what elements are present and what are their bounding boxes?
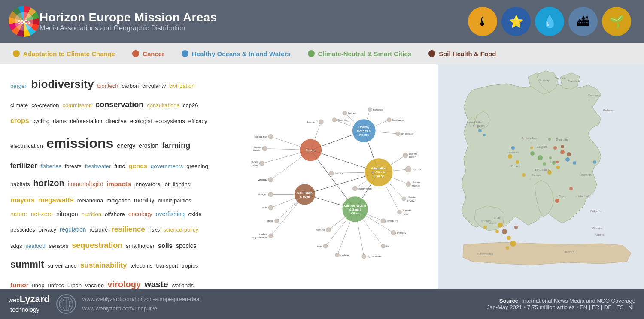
word-biontech: biontech [97,80,118,92]
satellite-label: action [409,155,416,158]
network-satellite-node: 5g networks [362,254,382,259]
word-impacts: impacts [106,177,131,191]
svg-point-70 [508,154,512,159]
svg-point-96 [549,156,552,159]
svg-text:○ Brussels: ○ Brussels [507,151,519,154]
satellite-label: iot [386,244,389,247]
word-sustainability: sustainability [80,258,127,273]
svg-text:○ Rome: ○ Rome [556,195,567,198]
word-electrification: electrification [10,140,43,152]
network-satellite-node: familyhistory [250,160,264,166]
satellite-label: fisheries [373,108,383,111]
satellite-label: family [251,160,258,163]
word-consultations: consultations [147,99,179,111]
satellite-label: nitrogen [258,193,267,196]
svg-point-98 [548,138,551,141]
satellite-label: flood risk [337,118,349,121]
svg-point-16 [398,210,402,214]
svg-point-90 [556,161,559,163]
satellite-label: sequestration [252,236,268,239]
word-surveillance: surveillance [47,260,77,271]
word-fertilizer: fertilizer [10,159,37,173]
network-satellite-node: fisheries [368,108,383,112]
legend-cancer-dot [132,50,139,57]
satellite-label: carbon [259,232,267,235]
svg-point-21 [381,244,386,248]
svg-point-26 [268,192,273,197]
main-node-label: Cities [351,212,359,215]
satellite-label: emissions [387,219,399,222]
main-node-label: Oceans & [357,129,371,132]
word-forests: forests [65,160,82,172]
svg-point-74 [522,173,526,177]
word-urban: urban [67,280,82,291]
main-node-label: Soil Health [297,191,313,194]
network-panel: cancer riskbreastcancerfamilyhistoryviro… [219,64,438,289]
word-emissions: emissions [46,129,114,158]
svg-text:○: ○ [529,178,531,181]
network-main-node-cancer: Cancer [299,139,322,161]
eu-mission-icon: ⭐ [501,7,531,36]
word-mobility: mobility [134,194,154,207]
word-dams: dams [53,115,67,127]
word-erosion: erosion [139,140,158,152]
network-satellite-node: cancer risk [254,134,273,139]
legend-climate-dot [13,50,20,57]
satellite-label: climate [412,181,420,184]
word-regulation: regulation [60,223,86,236]
svg-text:Germany: Germany [556,138,568,141]
svg-text:Kingdom: Kingdom [473,124,485,128]
word-nitrogen: nitrogen [56,208,78,220]
svg-point-75 [556,166,560,169]
svg-point-99 [561,145,564,148]
satellite-label: freshwater [392,118,405,121]
network-satellite-node: flood risk [332,118,349,122]
word-nutrition: nutrition [82,208,101,220]
svg-point-83 [483,134,486,136]
main-node-label: Waters [359,133,369,136]
svg-text:Belgium: Belgium [537,145,547,149]
word-cloud-panel: bergenbiodiversitybiontechcarboncircular… [0,64,219,289]
network-satellite-node: climatefinance [406,181,421,187]
word-seafood: seafood [25,240,45,252]
word-lighting: lighting [173,178,191,190]
satellite-label: biontech [307,120,318,123]
svg-point-72 [498,223,503,228]
word-sequestration: sequestration [72,238,122,254]
word-deforestation: deforestation [70,115,102,127]
soil-mission-icon: 🌱 [602,7,631,36]
svg-point-95 [543,162,546,166]
network-satellite-node: summit [405,166,421,172]
legend-climate-label: Adaptation to Climate Change [23,50,115,57]
network-satellite-node: biontech [307,120,323,124]
legend-bar: Adaptation to Climate Change Cancer Heal… [0,43,644,64]
legend-climate: Adaptation to Climate Change [13,50,115,57]
svg-point-87 [593,160,596,164]
word-ecologist: ecologist [130,115,152,127]
svg-point-29 [269,234,273,238]
word-nature: nature [10,208,27,220]
network-satellite-node: mobility [391,230,407,235]
main-node-label: Cancer [306,149,316,152]
word-municipalities: municipalities [158,195,191,206]
svg-point-13 [405,166,411,172]
svg-text:Athens: Athens [595,233,604,236]
svg-point-17 [353,186,358,191]
word-wetlands: wetlands [172,280,194,291]
svg-point-19 [381,219,386,223]
word-waste: waste [144,275,168,293]
svg-text:Bulgaria: Bulgaria [590,210,601,213]
word-unfccc: unfccc [48,280,64,291]
svg-point-5 [268,177,273,182]
main-node-label: & Smart [349,208,361,211]
word-tropics: tropics [182,260,198,271]
word-efficacy: efficacy [188,115,207,127]
svg-text:Greece: Greece [592,227,602,230]
satellite-label: envoy [407,199,414,202]
legend-oceans-dot [182,50,188,57]
satellite-label: soils [262,206,267,209]
legend-oceans: Healthy Oceans & Inland Waters [182,50,291,57]
word-cop26: cop26 [183,99,198,111]
svg-point-8 [368,108,372,112]
svg-text:Spain: Spain [494,216,501,220]
